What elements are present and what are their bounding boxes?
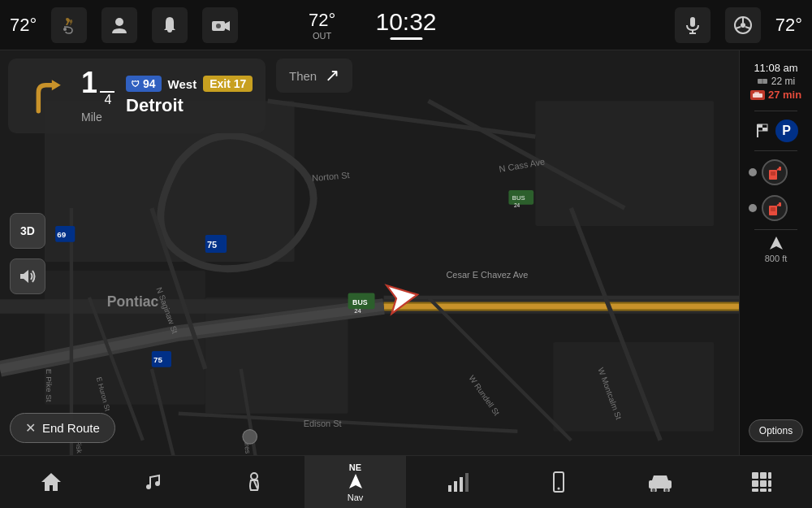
eta-block: 11:08 am 22 mi 27 min — [740, 57, 812, 106]
svg-marker-71 — [349, 474, 362, 488]
eta-dist-value: 22 mi — [771, 76, 795, 87]
svg-marker-3 — [225, 21, 230, 31]
time-display-area: 10:32 — [375, 10, 436, 40]
person-icon — [108, 14, 131, 37]
music-icon — [141, 471, 164, 493]
tab-seatbelt[interactable] — [203, 456, 304, 508]
microphone-button[interactable] — [675, 7, 710, 43]
car-icon — [752, 91, 763, 99]
car-tab-icon — [647, 472, 673, 492]
3d-view-button[interactable]: 3D — [10, 213, 45, 249]
options-label: Options — [759, 425, 793, 436]
seat-heat-button[interactable] — [51, 7, 87, 43]
svg-rect-5 — [690, 17, 695, 27]
highway-badge: 🛡 94 — [126, 76, 162, 92]
temp-right: 72° — [775, 15, 802, 36]
svg-rect-72 — [448, 485, 451, 492]
svg-text:69: 69 — [57, 230, 66, 239]
svg-rect-81 — [752, 472, 758, 479]
nav-triangle-icon — [768, 235, 784, 251]
svg-rect-65 — [779, 202, 781, 206]
svg-point-4 — [216, 24, 221, 28]
dist-denom: 4 — [105, 93, 112, 107]
steering-button[interactable] — [725, 7, 761, 43]
top-left-controls: 72° — [10, 7, 238, 43]
sound-button[interactable] — [10, 258, 45, 294]
tab-nav[interactable]: NE Nav — [304, 456, 406, 508]
svg-rect-53 — [754, 92, 759, 94]
tab-phone[interactable] — [508, 456, 609, 508]
svg-text:BUS: BUS — [352, 298, 368, 306]
tab-grid[interactable] — [710, 456, 812, 508]
tab-music[interactable] — [102, 456, 203, 508]
svg-line-12 — [745, 27, 750, 28]
fuel-icon-1 — [762, 159, 788, 185]
eta-dist-row: 22 mi — [746, 76, 806, 87]
svg-text:E Pike St: E Pike St — [45, 369, 54, 402]
bell-button[interactable] — [152, 7, 188, 43]
map-area[interactable]: BUS 24 BUS 24 BUS 24 75 69 75 Pontiac No… — [0, 50, 812, 455]
svg-rect-85 — [760, 480, 767, 487]
poi-item-2[interactable] — [744, 192, 809, 224]
right-panel: 11:08 am 22 mi 27 min — [739, 50, 812, 455]
turn-arrow-svg — [24, 74, 68, 119]
person-button[interactable] — [102, 7, 137, 43]
distance-info: 1 4 Mile — [81, 68, 114, 124]
destination-name: Detroit — [126, 95, 253, 116]
poi-dot-2 — [749, 204, 757, 212]
tab-home[interactable] — [0, 456, 102, 508]
dist-num: 1 — [81, 68, 97, 98]
tab-car[interactable] — [609, 456, 710, 508]
then-label: Then — [289, 69, 317, 83]
svg-text:BUS: BUS — [512, 194, 525, 202]
poi-item-1[interactable] — [744, 156, 809, 189]
svg-line-11 — [736, 27, 741, 28]
camera-button[interactable] — [202, 7, 238, 43]
svg-text:Cesar E Chavez Ave: Cesar E Chavez Ave — [446, 270, 528, 280]
end-route-button[interactable]: ✕ End Route — [10, 413, 115, 443]
camera-icon — [209, 14, 231, 37]
tab-nav-label: Nav — [348, 493, 364, 502]
svg-rect-59 — [771, 172, 775, 176]
home-icon — [40, 471, 63, 493]
traffic-icon — [750, 90, 765, 100]
svg-rect-89 — [768, 488, 771, 492]
svg-rect-75 — [465, 473, 469, 492]
svg-rect-82 — [760, 472, 767, 479]
grid-icon — [750, 471, 773, 493]
svg-rect-84 — [752, 480, 758, 487]
svg-rect-63 — [771, 207, 775, 211]
svg-rect-86 — [768, 480, 771, 487]
bell-icon — [158, 14, 181, 37]
exit-badge: Exit 17 — [203, 76, 253, 92]
bottom-bar: NE Nav — [0, 455, 812, 508]
svg-text:75: 75 — [207, 241, 217, 250]
svg-marker-49 — [51, 80, 60, 90]
svg-text:24: 24 — [514, 202, 520, 208]
svg-point-9 — [741, 23, 745, 28]
fuel-icon-2 — [762, 195, 788, 221]
seat-heat-icon — [58, 14, 80, 37]
options-button[interactable]: Options — [749, 419, 803, 442]
svg-text:Edison St: Edison St — [304, 419, 342, 428]
svg-marker-66 — [770, 237, 783, 250]
route-info: 🛡 94 West Exit 17 Detroit — [126, 76, 253, 116]
svg-point-0 — [63, 28, 67, 31]
tab-signal[interactable] — [406, 456, 508, 508]
top-bar: 72° — [0, 0, 812, 50]
out-temp-label: OUT — [313, 31, 331, 41]
eta-time: 11:08 am — [746, 62, 806, 74]
eta-minutes: 27 min — [768, 89, 801, 101]
svg-rect-73 — [454, 481, 457, 492]
right-divider-2 — [754, 150, 797, 151]
svg-point-70 — [251, 473, 257, 480]
microphone-icon — [681, 14, 704, 37]
svg-rect-83 — [768, 472, 771, 479]
svg-rect-78 — [649, 480, 672, 488]
svg-point-1 — [115, 18, 123, 26]
turn-arrow-container — [21, 72, 70, 120]
svg-rect-18 — [553, 342, 714, 432]
svg-rect-56 — [758, 124, 762, 128]
gas-pump-icon-2 — [767, 199, 782, 217]
out-temp-value: 72° — [309, 10, 335, 31]
